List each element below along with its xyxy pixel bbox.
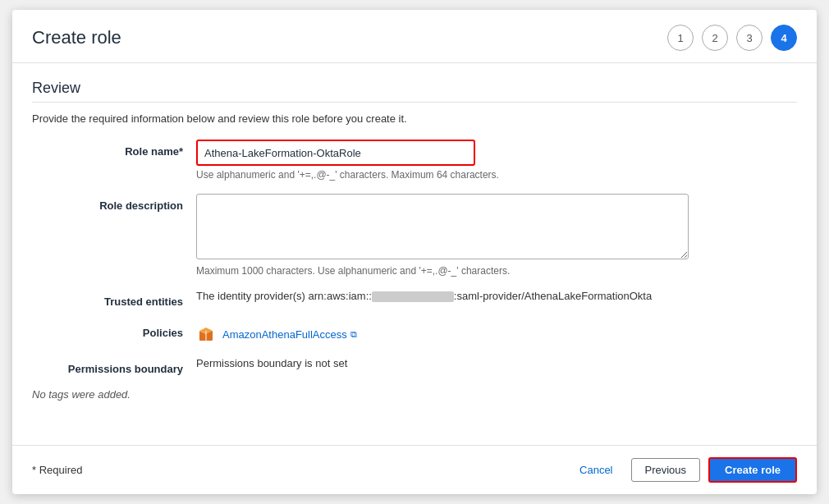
modal-body: Review Provide the required information … <box>12 63 817 445</box>
footer-actions: Cancel Previous Create role <box>570 457 797 483</box>
step-4: 4 <box>771 25 797 51</box>
role-description-textarea[interactable] <box>196 194 689 259</box>
trusted-entities-redacted <box>372 291 454 302</box>
modal-footer: * Required Cancel Previous Create role <box>12 445 817 494</box>
policy-icon <box>196 324 216 344</box>
trusted-entities-prefix: The identity provider(s) arn:aws:iam:: <box>196 290 372 302</box>
role-name-row: Role name* Use alphanumeric and '+=,.@-_… <box>32 140 797 181</box>
section-desc: Provide the required information below a… <box>32 112 797 125</box>
policy-box-icon <box>196 324 216 344</box>
permissions-boundary-label: Permissions boundary <box>32 357 196 375</box>
policies-row-container: Policies AmazonAthenaFullAccess <box>32 321 797 344</box>
role-name-hint: Use alphanumeric and '+=,.@-_' character… <box>196 169 797 181</box>
trusted-entities-field: The identity provider(s) arn:aws:iam:::s… <box>196 290 797 302</box>
section-divider <box>32 102 797 103</box>
trusted-entities-suffix: :saml-provider/AthenaLakeFormationOkta <box>454 290 652 302</box>
trusted-entities-row: Trusted entities The identity provider(s… <box>32 290 797 308</box>
create-role-button[interactable]: Create role <box>708 457 797 483</box>
role-name-input[interactable] <box>196 140 475 166</box>
trusted-entities-label: Trusted entities <box>32 290 196 308</box>
role-description-row: Role description Maximum 1000 characters… <box>32 194 797 277</box>
role-name-field: Use alphanumeric and '+=,.@-_' character… <box>196 140 797 181</box>
cancel-button[interactable]: Cancel <box>570 459 622 481</box>
policy-link[interactable]: AmazonAthenaFullAccess ⧉ <box>222 328 357 341</box>
policy-name: AmazonAthenaFullAccess <box>222 328 347 341</box>
trusted-entities-text: The identity provider(s) arn:aws:iam:::s… <box>196 285 652 302</box>
step-2: 2 <box>702 25 728 51</box>
role-description-field: Maximum 1000 characters. Use alphanumeri… <box>196 194 797 277</box>
policies-field: AmazonAthenaFullAccess ⧉ <box>196 321 797 344</box>
permissions-boundary-value: Permissions boundary is not set <box>196 352 347 369</box>
role-name-label: Role name* <box>32 140 196 158</box>
no-tags-text: No tags were added. <box>32 388 797 401</box>
required-note: * Required <box>32 464 82 476</box>
create-role-modal: Create role 1 2 3 4 Review Provide the r… <box>12 10 817 494</box>
permissions-boundary-row: Permissions boundary Permissions boundar… <box>32 357 797 375</box>
role-description-label: Role description <box>32 194 196 212</box>
section-title: Review <box>32 80 797 97</box>
modal-title: Create role <box>32 27 121 48</box>
role-description-hint: Maximum 1000 characters. Use alphanumeri… <box>196 265 797 277</box>
permissions-boundary-field: Permissions boundary is not set <box>196 357 797 369</box>
policies-row: AmazonAthenaFullAccess ⧉ <box>196 321 797 344</box>
modal-header: Create role 1 2 3 4 <box>12 10 817 63</box>
previous-button[interactable]: Previous <box>631 458 701 482</box>
policies-label: Policies <box>32 321 196 339</box>
step-3: 3 <box>736 25 763 51</box>
external-link-icon: ⧉ <box>350 329 357 340</box>
step-indicators: 1 2 3 4 <box>667 25 797 51</box>
step-1: 1 <box>667 25 694 51</box>
